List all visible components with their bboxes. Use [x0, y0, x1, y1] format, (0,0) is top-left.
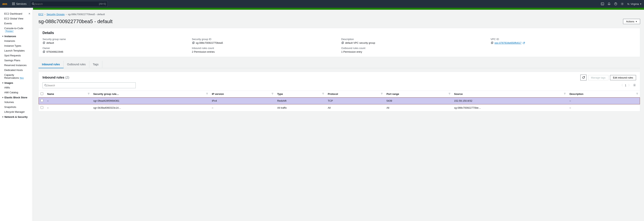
sidebar-item[interactable]: AMI Catalog	[0, 90, 33, 95]
services-grid-icon	[12, 3, 15, 5]
copy-icon[interactable]	[42, 51, 45, 53]
close-icon[interactable]: ✕	[28, 12, 30, 15]
sidebar-item[interactable]: Savings Plans	[0, 58, 33, 63]
tab-tags[interactable]: Tags	[89, 61, 102, 68]
cloudshell-icon[interactable]	[601, 2, 604, 6]
vpc-link[interactable]: vpc-0787634e650ffc617	[494, 41, 522, 44]
settings-icon[interactable]	[621, 2, 624, 6]
sidebar-section[interactable]: ▼Elastic Block Store	[0, 95, 33, 100]
notifications-icon[interactable]	[608, 2, 610, 6]
sidebar-section-title: Network & Security	[4, 115, 28, 118]
next-page-button[interactable]: 〉	[628, 84, 631, 87]
svg-point-17	[634, 85, 635, 86]
column-header[interactable]: IP version▽	[210, 91, 275, 97]
cell-type: All traffic	[275, 104, 326, 111]
rules-search[interactable]	[42, 82, 136, 88]
sidebar-item[interactable]: AMIs	[0, 85, 33, 90]
detail-outbound-count: Outbound rules count 1 Permission entry	[341, 47, 487, 53]
gear-icon	[633, 84, 636, 87]
table-row[interactable]: –sgr-0fead428f3f494361IPv4RedshiftTCP543…	[38, 97, 640, 104]
sidebar-item[interactable]: Dedicated Hosts	[0, 68, 33, 73]
column-header[interactable]: Port range▽	[384, 91, 452, 97]
column-header[interactable]: Name▽	[45, 91, 92, 97]
global-search-input[interactable]	[34, 3, 99, 6]
actions-button[interactable]: Actions ▼	[623, 19, 640, 24]
top-nav: aws Services [Alt+S] N. Virginia ▼	[0, 0, 644, 8]
row-checkbox[interactable]	[40, 99, 43, 102]
sidebar-item[interactable]: Lifecycle Manager	[0, 109, 33, 114]
sidebar-item[interactable]: Reserved Instances	[0, 63, 33, 68]
sort-icon[interactable]: ▽	[564, 93, 566, 95]
help-icon[interactable]	[614, 2, 617, 6]
manage-tags-button: Manage tags	[588, 75, 608, 80]
sidebar-item-label: Capacity ReservationsNew	[4, 74, 31, 79]
detail-sg-name: Security group name default	[42, 38, 188, 44]
sort-icon[interactable]: ▽	[449, 93, 450, 95]
sidebar-item[interactable]: Capacity ReservationsNew	[0, 73, 33, 80]
sidebar-section[interactable]: ▼Images	[0, 80, 33, 85]
sidebar-section[interactable]: ▼Network & Security	[0, 114, 33, 119]
sidebar-item[interactable]: Console-to-Code Preview	[0, 26, 33, 34]
aws-logo[interactable]: aws	[2, 2, 7, 6]
rules-search-input[interactable]	[47, 84, 134, 87]
rules-tabs: Inbound rules Outbound rules Tags	[38, 61, 640, 68]
column-header[interactable]: Security group rule…▽	[92, 91, 210, 97]
cell-ip: –	[210, 104, 275, 111]
edit-inbound-rules-button[interactable]: Edit inbound rules	[610, 75, 636, 80]
rules-header: Inbound rules (2)	[42, 76, 69, 80]
breadcrumb-item[interactable]: Security Groups	[46, 13, 65, 16]
sidebar-item[interactable]: Snapshots	[0, 105, 33, 109]
column-header[interactable]: Source▽	[452, 91, 568, 97]
breadcrumb-item[interactable]: EC2	[38, 13, 43, 16]
sidebar-item[interactable]: Spot Requests	[0, 53, 33, 58]
sidebar-item[interactable]: Events	[0, 21, 33, 26]
breadcrumb: EC2›Security Groups›sg-088c700922770bea5…	[38, 10, 640, 17]
page-title: sg-088c700922770bea5 - default	[38, 19, 112, 25]
sort-icon[interactable]: ▽	[272, 93, 273, 95]
sidebar-item[interactable]: Volumes	[0, 100, 33, 105]
region-label: N. Virginia	[627, 3, 639, 6]
column-header[interactable]: Description▽	[568, 91, 640, 97]
sidebar-item[interactable]: EC2 Dashboard✕	[0, 11, 33, 16]
copy-icon[interactable]	[42, 42, 45, 44]
refresh-button[interactable]	[580, 75, 586, 81]
row-checkbox[interactable]	[40, 106, 43, 109]
sidebar-item-label: Reserved Instances	[4, 64, 26, 67]
column-header[interactable]: Type▽	[275, 91, 326, 97]
detail-description: Description default VPC security group	[341, 38, 487, 44]
copy-icon[interactable]	[491, 42, 494, 44]
select-all-checkbox[interactable]	[40, 92, 43, 95]
sidebar-item[interactable]: EC2 Global View	[0, 16, 33, 21]
sidebar-item-label: Lifecycle Manager	[4, 110, 25, 113]
breadcrumb-separator: ›	[66, 13, 66, 16]
detail-owner: Owner 975049922946	[42, 47, 188, 53]
copy-icon[interactable]	[341, 42, 344, 44]
sort-icon[interactable]: ▽	[206, 93, 208, 95]
table-settings-button[interactable]	[633, 84, 636, 87]
cell-rule_id: sgr-0b39a4060323c14…	[92, 104, 210, 111]
breadcrumb-item: sg-088c700922770bea5 - default	[68, 13, 105, 16]
new-badge: New	[20, 77, 24, 79]
copy-icon[interactable]	[192, 42, 195, 44]
sort-icon[interactable]: ▽	[636, 93, 638, 95]
sidebar-section[interactable]: ▼Instances	[0, 34, 33, 39]
chevron-down-icon: ▼	[2, 35, 4, 37]
cell-name: –	[45, 104, 92, 111]
tab-inbound[interactable]: Inbound rules	[38, 61, 64, 68]
sidebar-item[interactable]: Instances	[0, 39, 33, 43]
sidebar-item-label: Dedicated Hosts	[4, 69, 23, 72]
sidebar-item[interactable]: Launch Templates	[0, 48, 33, 53]
detail-sg-id: Security group ID sg-088c700922770bea5	[192, 38, 338, 44]
table-row[interactable]: –sgr-0b39a4060323c14…–All trafficAllAlls…	[38, 104, 640, 111]
sidebar-item[interactable]: Instance Types	[0, 43, 33, 48]
sort-icon[interactable]: ▽	[322, 93, 324, 95]
sort-icon[interactable]: ▽	[88, 93, 90, 95]
services-menu[interactable]: Services	[10, 2, 28, 6]
global-search[interactable]: [Alt+S]	[30, 1, 108, 7]
svg-line-1	[34, 5, 34, 5]
column-header[interactable]: Protocol▽	[326, 91, 384, 97]
prev-page-button[interactable]: 〈	[620, 84, 623, 87]
tab-outbound[interactable]: Outbound rules	[64, 61, 90, 68]
region-selector[interactable]: N. Virginia ▼	[627, 3, 642, 6]
sort-icon[interactable]: ▽	[381, 93, 382, 95]
